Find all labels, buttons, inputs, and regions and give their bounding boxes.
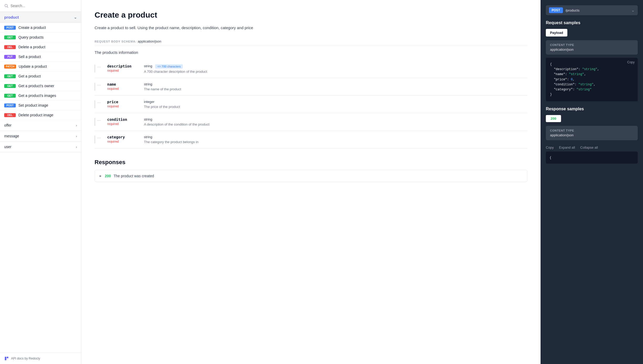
- nav-item-label-2: Delete a product: [18, 45, 45, 49]
- nav-item-label-4: Update a product: [19, 64, 47, 69]
- nav-item-9[interactable]: DEL Delete product image: [0, 110, 81, 120]
- field-name-description: description: [107, 64, 139, 68]
- field-desc-category: The category the product belongs in: [144, 140, 527, 144]
- field-line-description: [95, 65, 95, 72]
- method-badge-6: GET: [4, 84, 16, 88]
- responses-section: Responses ► 200 The product was created: [95, 159, 527, 182]
- field-row-condition: — condition required string A descriptio…: [95, 113, 527, 131]
- response-tab-bar: 200: [546, 115, 638, 122]
- nav-item-label-5: Get a product: [18, 74, 41, 78]
- field-indicator-category: —: [95, 135, 102, 143]
- field-required-category: required: [107, 140, 139, 143]
- field-required-description: required: [107, 69, 139, 72]
- response-item-200[interactable]: ► 200 The product was created: [95, 170, 527, 182]
- endpoint-selector[interactable]: POST /products ⌄: [546, 5, 638, 15]
- sidebar: product ⌄ POST Create a product GET Quer…: [0, 0, 81, 364]
- field-type-col-description: string <= 700 characters A 700 character…: [144, 64, 527, 74]
- field-line-condition: [95, 118, 95, 126]
- fields-table: — description required string <= 700 cha…: [95, 60, 527, 148]
- nav-item-8[interactable]: POST Set product image: [0, 101, 81, 110]
- nav-section-user[interactable]: user ›: [0, 142, 81, 152]
- method-badge-7: GET: [4, 94, 16, 98]
- search-bar[interactable]: [0, 0, 81, 12]
- request-content-type-label: Content type: [550, 43, 634, 46]
- response-code-block: {: [546, 152, 638, 164]
- svg-line-1: [7, 7, 8, 8]
- response-actions-bar: Copy Expand all Collapse all: [546, 143, 638, 152]
- nav-item-5[interactable]: GET Get a product: [0, 71, 81, 81]
- svg-rect-2: [5, 357, 6, 360]
- response-200-tab[interactable]: 200: [546, 115, 561, 122]
- search-icon: [4, 4, 8, 8]
- field-dash-description: —: [97, 65, 101, 69]
- chevron-down-icon: ⌄: [74, 15, 77, 19]
- field-line-price: [95, 100, 95, 108]
- chevron-right-icon-2: ›: [76, 145, 77, 149]
- method-badge-4: PATCH: [4, 65, 16, 69]
- field-type-description: string <= 700 characters: [144, 64, 527, 69]
- field-indicator-name: —: [95, 82, 102, 91]
- right-panel: POST /products ⌄ Request samples Payload…: [541, 0, 643, 364]
- endpoint-chevron-icon[interactable]: ⌄: [631, 8, 635, 12]
- field-type-col-price: integer The price of the product: [144, 100, 527, 109]
- endpoint-path: /products: [566, 8, 629, 12]
- request-code-pre: { "description": "string", "name": "stri…: [550, 62, 634, 97]
- field-indicator-condition: —: [95, 117, 102, 126]
- search-input[interactable]: [11, 4, 77, 8]
- nav-item-4[interactable]: PATCH Update a product: [0, 62, 81, 71]
- nav-item-3[interactable]: PUT Sell a product: [0, 52, 81, 62]
- nav-item-0[interactable]: POST Create a product: [0, 23, 81, 33]
- response-content-type-box: Content type application/json: [546, 126, 638, 140]
- field-dash-condition: —: [97, 118, 101, 122]
- nav-item-2[interactable]: DEL Delete a product: [0, 42, 81, 52]
- field-type-condition: string: [144, 117, 527, 121]
- field-name-col-description: description required: [107, 64, 139, 72]
- response-chevron-icon-200: ►: [99, 174, 102, 178]
- field-name-price: price: [107, 100, 139, 104]
- field-name-col-category: category required: [107, 135, 139, 143]
- redocly-logo-icon: [4, 356, 9, 361]
- request-content-type-value: application/json: [550, 48, 634, 51]
- response-collapse-all-button[interactable]: Collapse all: [580, 145, 598, 149]
- nav-section-message[interactable]: message ›: [0, 131, 81, 142]
- response-open-brace: {: [549, 156, 551, 160]
- field-row-description: — description required string <= 700 cha…: [95, 60, 527, 78]
- page-description: Create a product to sell. Using the prod…: [95, 25, 527, 31]
- response-expand-all-button[interactable]: Expand all: [559, 145, 575, 149]
- svg-rect-3: [7, 357, 8, 358]
- method-badge-8: POST: [4, 103, 16, 107]
- method-badge-3: PUT: [4, 55, 16, 59]
- nav-item-7[interactable]: GET Get a product's images: [0, 91, 81, 101]
- response-samples-title: Response samples: [546, 107, 638, 111]
- sidebar-section-product[interactable]: product ⌄: [0, 12, 81, 23]
- response-code-200: 200: [105, 174, 111, 178]
- nav-item-6[interactable]: GET Get a product's owner: [0, 81, 81, 91]
- nav-item-1[interactable]: GET Query products: [0, 33, 81, 42]
- field-line-category: [95, 136, 95, 143]
- nav-section-label-1: message: [4, 134, 19, 138]
- field-name-col-name: name required: [107, 82, 139, 91]
- field-desc-condition: A description of the condition of the pr…: [144, 122, 527, 126]
- products-info-label: The products information: [95, 50, 527, 55]
- field-indicator-description: —: [95, 64, 102, 72]
- method-badge-2: DEL: [4, 45, 16, 49]
- field-name-name: name: [107, 82, 139, 86]
- nav-item-label-3: Sell a product: [18, 55, 41, 59]
- method-badge-5: GET: [4, 74, 16, 78]
- field-badge-description: <= 700 characters: [155, 64, 183, 69]
- nav-item-label-1: Query products: [18, 35, 44, 39]
- field-required-price: required: [107, 105, 139, 108]
- field-name-col-price: price required: [107, 100, 139, 108]
- payload-tab[interactable]: Payload: [546, 29, 567, 37]
- response-copy-button[interactable]: Copy: [546, 145, 554, 149]
- nav-item-label-6: Get a product's owner: [18, 84, 54, 88]
- sidebar-section-label: product: [4, 15, 19, 19]
- method-badge-0: POST: [4, 26, 16, 30]
- response-content-type-label: Content type: [550, 129, 634, 132]
- nav-section-offer[interactable]: offer ›: [0, 120, 81, 131]
- request-content-type-box: Content type application/json: [546, 40, 638, 55]
- copy-button[interactable]: Copy: [627, 60, 635, 64]
- field-dash-price: —: [97, 100, 101, 105]
- field-type-category: string: [144, 135, 527, 139]
- response-desc-200: The product was created: [113, 174, 154, 178]
